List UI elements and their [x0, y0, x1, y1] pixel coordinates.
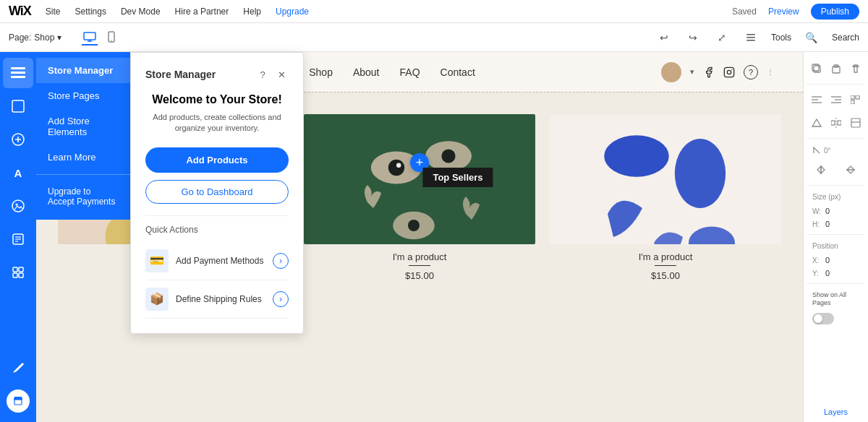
- rp-paste-icon[interactable]: [828, 61, 844, 77]
- page-selector[interactable]: Page: Shop ▾: [9, 33, 61, 43]
- rp-position-label: Position: [807, 239, 865, 253]
- svg-rect-59: [856, 95, 859, 99]
- nav-upgrade[interactable]: Upgrade: [276, 7, 309, 17]
- rp-w-value[interactable]: 0: [825, 207, 859, 215]
- rp-copy-icon[interactable]: [809, 61, 825, 77]
- svg-rect-26: [724, 67, 733, 77]
- mobile-icon[interactable]: [103, 30, 119, 46]
- svg-rect-7: [746, 40, 755, 41]
- svg-point-40: [441, 149, 455, 163]
- nav-dots-icon[interactable]: ⋮: [767, 68, 774, 76]
- nav-shop[interactable]: Shop: [309, 66, 333, 78]
- rp-h-value[interactable]: 0: [825, 220, 859, 228]
- rp-x-row: X: 0: [807, 254, 865, 266]
- sm-upgrade[interactable]: Upgrade to Accept Payments: [36, 179, 130, 214]
- sm-help-icon[interactable]: ?: [255, 67, 270, 82]
- rp-height-row: H: 0: [807, 218, 865, 230]
- rp-width-row: W: 0: [807, 205, 865, 217]
- nav-site[interactable]: Site: [46, 7, 61, 17]
- facebook-icon[interactable]: [703, 66, 715, 78]
- toggle-track[interactable]: [812, 313, 834, 324]
- publish-button[interactable]: Publish: [811, 4, 859, 20]
- product-card-3[interactable]: I'm a product $15.00: [550, 114, 781, 281]
- desktop-icon[interactable]: [82, 30, 98, 46]
- sm-item-add-elements[interactable]: Add Store Elements: [36, 108, 130, 145]
- nav-settings[interactable]: Settings: [75, 7, 106, 17]
- product-image-2: [304, 114, 535, 244]
- sidebar-icon-pen[interactable]: [3, 353, 33, 383]
- product-divider-3: [655, 265, 676, 266]
- rp-align-right-icon[interactable]: [828, 92, 844, 108]
- rp-divider-5: [807, 283, 865, 284]
- page-label: Page:: [9, 33, 31, 43]
- svg-rect-6: [746, 37, 755, 38]
- sm-description: Add products, create collections and org…: [145, 112, 289, 134]
- nav-devmode[interactable]: Dev Mode: [121, 7, 161, 17]
- svg-rect-62: [831, 121, 835, 125]
- sidebar-icon-media[interactable]: [3, 191, 33, 221]
- sm-welcome-text: Welcome to Your Store!: [145, 93, 289, 106]
- rp-flip-v-icon[interactable]: [843, 162, 859, 178]
- quick-action-payment[interactable]: 💳 Add Payment Methods ›: [145, 242, 289, 280]
- product-divider-2: [409, 265, 430, 266]
- product-card-2[interactable]: I'm a product $15.00: [304, 114, 535, 281]
- rp-flip-h-icon[interactable]: [813, 162, 829, 178]
- dashboard-button[interactable]: Go to Dashboard: [145, 180, 289, 204]
- rp-align-icons: [807, 89, 865, 111]
- svg-point-42: [408, 220, 420, 231]
- tools-label: Tools: [771, 33, 791, 43]
- redo-icon[interactable]: ↪: [684, 29, 702, 46]
- instagram-icon[interactable]: [723, 66, 735, 78]
- tools-icon[interactable]: [742, 29, 760, 46]
- rp-grid-icon[interactable]: [848, 92, 864, 108]
- rp-split-icon[interactable]: [828, 115, 844, 131]
- undo-icon[interactable]: ↩: [655, 29, 673, 46]
- rp-w-label: W:: [812, 207, 822, 215]
- payment-arrow-icon[interactable]: ›: [273, 253, 289, 269]
- sidebar-icon-add[interactable]: [3, 124, 33, 155]
- nav-partner[interactable]: Hire a Partner: [175, 7, 229, 17]
- store-badge[interactable]: [7, 389, 30, 413]
- rp-y-row: Y: 0: [807, 267, 865, 279]
- sm-close-icon[interactable]: ✕: [274, 67, 289, 82]
- rp-layout-icon[interactable]: [848, 115, 864, 131]
- nav-about[interactable]: About: [353, 66, 380, 78]
- chevron-down-icon: ▾: [690, 67, 694, 77]
- rp-y-value[interactable]: 0: [825, 269, 859, 277]
- svg-rect-22: [19, 267, 23, 272]
- second-bar-right: ↩ ↪ ⤢ Tools 🔍 Search: [655, 29, 859, 46]
- rp-align-left-icon[interactable]: [809, 92, 825, 108]
- sm-item-manager[interactable]: Store Manager: [36, 58, 130, 83]
- svg-point-16: [16, 204, 18, 206]
- fullscreen-icon[interactable]: ⤢: [713, 29, 731, 46]
- quick-action-shipping[interactable]: 📦 Define Shipping Rules ›: [145, 280, 289, 319]
- sidebar-icon-apps[interactable]: [3, 257, 33, 288]
- rp-delete-icon[interactable]: [848, 61, 864, 77]
- shipping-icon: 📦: [145, 288, 169, 311]
- svg-rect-25: [14, 400, 22, 405]
- rp-flip-icons: [807, 159, 865, 181]
- sm-item-learn[interactable]: Learn More: [36, 145, 130, 170]
- sidebar-icon-text[interactable]: A: [3, 158, 33, 188]
- payment-icon: 💳: [145, 249, 169, 272]
- nav-help[interactable]: Help: [243, 7, 261, 17]
- sidebar-icon-menu[interactable]: [3, 58, 33, 88]
- sm-item-pages[interactable]: Store Pages: [36, 83, 130, 108]
- nav-question-icon[interactable]: ?: [744, 65, 758, 79]
- rp-toggle-row: [807, 311, 865, 326]
- preview-button[interactable]: Preview: [768, 7, 799, 17]
- rp-x-value[interactable]: 0: [825, 256, 859, 264]
- sidebar-icon-pages[interactable]: [3, 91, 33, 121]
- wix-logo: WiX: [9, 4, 31, 19]
- second-bar: Page: Shop ▾ ↩ ↪ ⤢ Tools 🔍 Search: [0, 23, 868, 52]
- payment-label: Add Payment Methods: [176, 256, 263, 266]
- add-products-button[interactable]: Add Products: [145, 147, 289, 173]
- shipping-arrow-icon[interactable]: ›: [273, 291, 289, 307]
- nav-contact[interactable]: Contact: [441, 66, 475, 78]
- sidebar-icon-store[interactable]: [3, 386, 33, 416]
- rp-triangle-icon[interactable]: [809, 115, 825, 131]
- nav-faq[interactable]: FAQ: [400, 66, 420, 78]
- sidebar-icon-blog[interactable]: [3, 224, 33, 254]
- search-icon[interactable]: 🔍: [803, 29, 820, 46]
- layers-button[interactable]: Layers: [824, 408, 848, 416]
